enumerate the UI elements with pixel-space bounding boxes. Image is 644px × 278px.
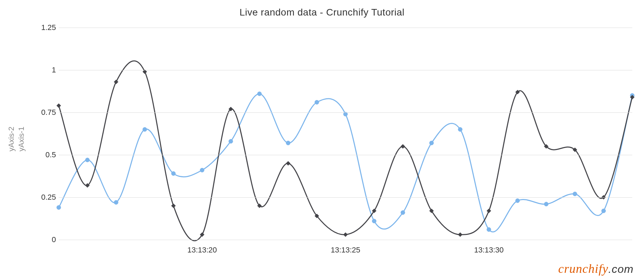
data-point[interactable] — [343, 232, 348, 237]
data-point[interactable] — [515, 199, 520, 203]
y-tick-label: 0.25 — [41, 193, 56, 202]
data-point[interactable] — [487, 209, 491, 213]
chart-svg — [59, 28, 632, 240]
data-point[interactable] — [143, 127, 147, 131]
data-point[interactable] — [57, 103, 61, 108]
data-point[interactable] — [544, 202, 548, 206]
data-point[interactable] — [85, 158, 89, 162]
data-point[interactable] — [286, 161, 290, 166]
x-tick-label: 13:13:25 — [331, 246, 360, 255]
data-point[interactable] — [401, 210, 405, 215]
data-point[interactable] — [229, 139, 233, 143]
data-point[interactable] — [114, 80, 118, 84]
data-point[interactable] — [114, 200, 118, 205]
data-point[interactable] — [602, 209, 606, 213]
data-point[interactable] — [200, 168, 204, 172]
data-point[interactable] — [573, 192, 577, 196]
y-axis-label-1: yAxis-1 — [17, 127, 26, 151]
y-tick-label: 0.5 — [45, 150, 56, 159]
y-tick-label: 0.75 — [41, 108, 56, 117]
y-tick-label: 0 — [52, 235, 56, 244]
data-point[interactable] — [171, 204, 176, 208]
y-tick-label: 1 — [52, 66, 56, 75]
watermark-suffix: .com — [608, 263, 634, 275]
gridline — [59, 155, 632, 155]
data-point[interactable] — [487, 227, 491, 231]
data-point[interactable] — [372, 219, 376, 223]
chart-title: Live random data - Crunchify Tutorial — [0, 0, 644, 18]
watermark: crunchify.com — [558, 261, 634, 276]
data-point[interactable] — [401, 144, 405, 148]
plot-area[interactable] — [59, 28, 632, 240]
data-point[interactable] — [458, 232, 462, 237]
x-tick-label: 13:13:30 — [474, 246, 504, 255]
series-line-2[interactable] — [59, 61, 632, 241]
x-tick-label: 13:13:20 — [187, 246, 217, 255]
gridline — [59, 112, 632, 113]
gridline — [59, 70, 632, 70]
data-point[interactable] — [458, 127, 462, 131]
y-axis-label-2: yAxis-2 — [7, 127, 16, 151]
data-point[interactable] — [257, 92, 262, 96]
chart-container: Live random data - Crunchify Tutorial yA… — [0, 0, 644, 278]
data-point[interactable] — [286, 141, 290, 145]
gridline — [59, 28, 632, 28]
data-point[interactable] — [315, 100, 319, 104]
gridline — [59, 240, 632, 240]
data-point[interactable] — [171, 171, 176, 176]
gridline — [59, 197, 632, 198]
data-point[interactable] — [57, 206, 61, 210]
watermark-brand: crunchify — [558, 262, 608, 276]
data-point[interactable] — [429, 141, 434, 145]
y-tick-label: 1.25 — [41, 23, 56, 32]
